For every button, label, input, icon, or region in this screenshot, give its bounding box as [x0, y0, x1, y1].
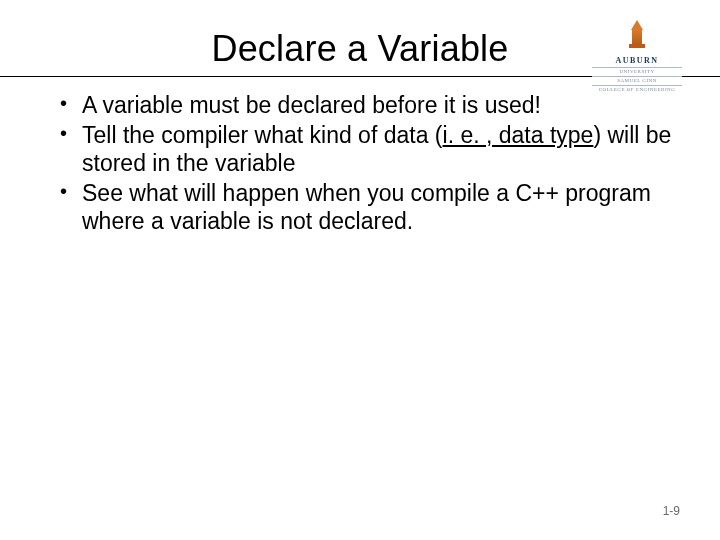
bullet-underlined: i. e. , data type — [443, 122, 594, 148]
title-row: Declare a Variable AUBURN UNIVERSITY SAM… — [48, 28, 672, 70]
bullet-text: A variable must be declared before it is… — [82, 92, 541, 118]
slide: Declare a Variable AUBURN UNIVERSITY SAM… — [0, 0, 720, 540]
logo-text: AUBURN — [615, 56, 658, 65]
list-item: A variable must be declared before it is… — [60, 91, 672, 119]
bullet-text: See what will happen when you compile a … — [82, 180, 651, 234]
list-item: See what will happen when you compile a … — [60, 179, 672, 235]
logo-subtext-2: SAMUEL GINN — [592, 76, 682, 83]
auburn-logo: AUBURN UNIVERSITY SAMUEL GINN COLLEGE OF… — [592, 20, 682, 92]
slide-title: Declare a Variable — [211, 28, 508, 70]
logo-subtext-1: UNIVERSITY — [592, 67, 682, 74]
page-number: 1-9 — [663, 504, 680, 518]
logo-tower-icon — [627, 20, 647, 54]
bullet-list: A variable must be declared before it is… — [48, 91, 672, 235]
list-item: Tell the compiler what kind of data (i. … — [60, 121, 672, 177]
bullet-text: Tell the compiler what kind of data ( — [82, 122, 443, 148]
